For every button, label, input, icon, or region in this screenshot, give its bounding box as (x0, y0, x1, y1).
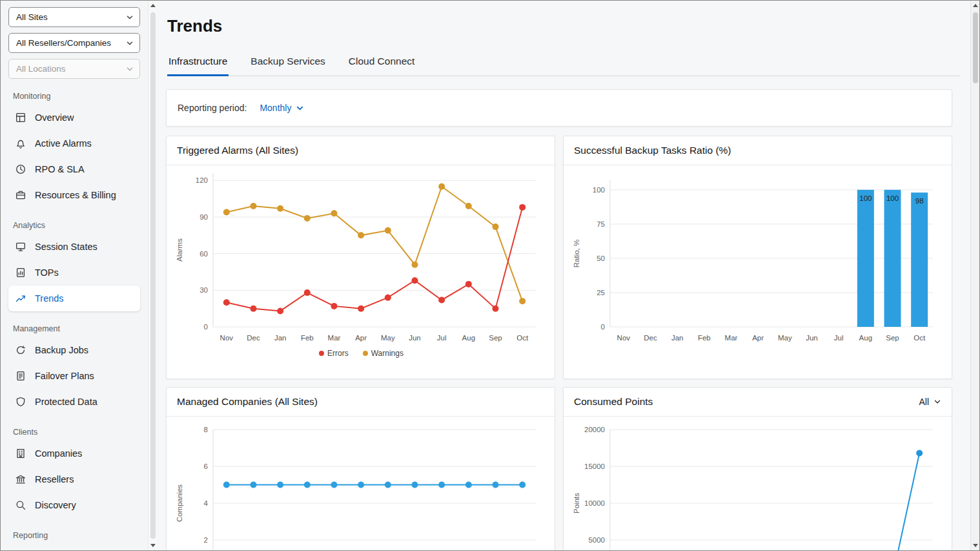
svg-text:50: 50 (597, 255, 605, 262)
svg-text:100: 100 (886, 194, 899, 202)
sidebar-item-label: Failover Plans (35, 371, 94, 381)
sidebar-item-backup-jobs[interactable]: Backup Jobs (8, 337, 140, 363)
sidebar-nav: MonitoringOverviewActive AlarmsRPO & SLA… (8, 92, 140, 540)
svg-text:Aug: Aug (462, 334, 475, 342)
svg-text:60: 60 (199, 250, 208, 258)
sidebar-item-session-states[interactable]: Session States (8, 234, 140, 260)
svg-text:May: May (381, 334, 395, 342)
svg-text:100: 100 (593, 186, 605, 194)
main-area: Trends InfrastructureBackup ServicesClou… (157, 1, 970, 550)
sidebar-item-label: Resellers (35, 474, 74, 484)
locations-filter-select: All Locations (8, 59, 140, 79)
sidebar-item-trends[interactable]: Trends (8, 286, 140, 311)
sidebar-section-reporting: Reporting (13, 531, 140, 540)
sidebar-section-management: Management (13, 324, 140, 333)
svg-text:8: 8 (204, 426, 208, 433)
consumed-points-filter-dropdown[interactable]: All (919, 397, 941, 407)
scroll-up-arrow-icon[interactable] (150, 4, 156, 7)
sidebar-item-label: Companies (35, 448, 82, 459)
sidebar: All Sites All Resellers/Companies All Lo… (1, 1, 148, 550)
sidebar-item-companies[interactable]: Companies (8, 441, 140, 466)
legend-dot-icon (363, 351, 368, 356)
tab-cloud-connect[interactable]: Cloud Connect (347, 52, 416, 76)
chart-title: Triggered Alarms (All Sites) (177, 145, 298, 156)
scroll-down-arrow-icon[interactable] (973, 544, 978, 547)
sidebar-item-label: Backup Jobs (35, 345, 88, 355)
sidebar-item-rpo-sla[interactable]: RPO & SLA (8, 156, 140, 182)
tab-backup-services[interactable]: Backup Services (249, 52, 326, 76)
svg-text:120: 120 (196, 176, 208, 184)
sidebar-item-label: Discovery (35, 500, 76, 510)
consumed-points-chart: 5000100001500020000NovDecJanFebMarAprMay… (570, 421, 943, 550)
svg-text:Companies: Companies (176, 484, 183, 522)
page-header: Trends InfrastructureBackup ServicesClou… (157, 1, 970, 76)
sites-filter-select[interactable]: All Sites (8, 7, 140, 27)
consumed-points-filter-value: All (919, 397, 929, 407)
sidebar-item-protected-data[interactable]: Protected Data (8, 389, 140, 415)
svg-text:Jun: Jun (806, 334, 818, 342)
resellers-filter-select[interactable]: All Resellers/Companies (8, 33, 140, 53)
protected-data-icon (15, 396, 26, 408)
legend-dot-icon (319, 351, 324, 356)
svg-text:25: 25 (597, 289, 605, 296)
scroll-up-arrow-icon[interactable] (973, 4, 978, 7)
resellers-filter-value: All Resellers/Companies (16, 38, 111, 48)
trends-icon (15, 293, 26, 304)
svg-text:Feb: Feb (698, 334, 711, 342)
sidebar-item-failover-plans[interactable]: Failover Plans (8, 363, 140, 389)
svg-text:Points: Points (573, 493, 580, 514)
svg-text:May: May (778, 334, 792, 342)
main-scrollbar[interactable] (970, 1, 979, 550)
failover-plans-icon (15, 370, 26, 382)
svg-text:15000: 15000 (584, 463, 605, 470)
svg-text:Ratio, %: Ratio, % (573, 240, 580, 267)
backup-tasks-ratio-chart: 0255075100NovDecJanFebMarAprMayJunJulAug… (570, 169, 943, 345)
locations-filter-value: All Locations (16, 64, 66, 74)
svg-text:Mar: Mar (328, 334, 341, 342)
backup-jobs-icon (15, 344, 26, 356)
rpo-sla-icon (15, 163, 26, 175)
svg-text:Feb: Feb (301, 334, 314, 342)
triggered-alarms-chart: 0306090120NovDecJanFebMarAprMayJunJulAug… (173, 169, 546, 345)
sidebar-item-label: TOPs (35, 267, 59, 278)
chevron-down-icon (296, 104, 304, 112)
app-window: All Sites All Resellers/Companies All Lo… (0, 0, 980, 551)
svg-text:Jun: Jun (409, 334, 421, 342)
svg-text:20000: 20000 (584, 426, 605, 433)
tab-bar: InfrastructureBackup ServicesCloud Conne… (167, 52, 960, 76)
tab-infrastructure[interactable]: Infrastructure (167, 52, 229, 76)
chevron-down-icon (126, 39, 134, 47)
sidebar-item-discovery[interactable]: Discovery (8, 492, 140, 518)
svg-text:Jan: Jan (274, 334, 287, 342)
sidebar-item-label: Overview (35, 112, 74, 123)
page-title: Trends (167, 16, 960, 36)
sidebar-item-label: Resources & Billing (35, 190, 116, 200)
svg-text:Nov: Nov (617, 334, 631, 342)
managed-companies-card: Managed Companies (All Sites) 2468NovDec… (166, 387, 555, 550)
sidebar-section-monitoring: Monitoring (13, 92, 140, 101)
svg-text:Mar: Mar (725, 334, 738, 342)
sidebar-scrollbar-thumb[interactable] (150, 12, 156, 539)
reporting-period-dropdown[interactable]: Monthly (260, 103, 304, 113)
sidebar-item-resources-billing[interactable]: Resources & Billing (8, 182, 140, 208)
sidebar-scrollbar[interactable] (148, 1, 157, 550)
sidebar-item-resellers[interactable]: Resellers (8, 466, 140, 492)
sidebar-item-label: Protected Data (35, 397, 97, 407)
chevron-down-icon (126, 14, 134, 21)
svg-text:100: 100 (859, 194, 872, 202)
chevron-down-icon (126, 65, 134, 73)
sidebar-item-tops[interactable]: TOPs (8, 260, 140, 286)
svg-text:Sep: Sep (489, 334, 502, 342)
svg-text:0: 0 (204, 323, 208, 331)
chart-legend: ErrorsWarnings (173, 349, 549, 358)
svg-text:Dec: Dec (247, 334, 260, 342)
main-scrollbar-thumb[interactable] (973, 12, 978, 83)
scroll-down-arrow-icon[interactable] (150, 544, 156, 547)
svg-text:30: 30 (199, 286, 208, 294)
svg-text:90: 90 (199, 213, 208, 221)
sidebar-item-active-alarms[interactable]: Active Alarms (8, 130, 140, 156)
discovery-icon (15, 499, 26, 511)
consumed-points-card: Consumed Points All 5000100001500020000N… (563, 387, 952, 550)
sidebar-item-overview[interactable]: Overview (8, 105, 140, 130)
overview-icon (15, 112, 26, 123)
